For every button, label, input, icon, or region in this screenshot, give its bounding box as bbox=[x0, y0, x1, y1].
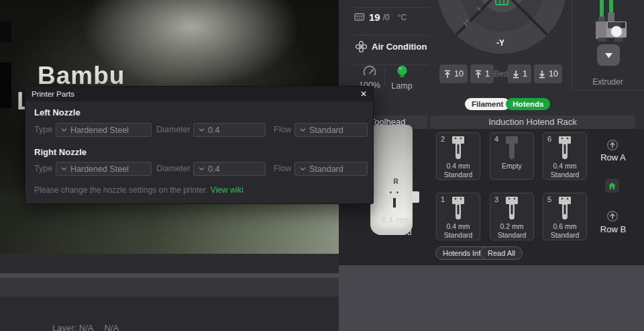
slot-number: 2 bbox=[441, 135, 445, 143]
right-nozzle-heading: Right Nozzle bbox=[34, 147, 87, 157]
row-a-eject-button[interactable] bbox=[606, 139, 619, 151]
slot-line1: Empty bbox=[490, 162, 533, 170]
hotend-empty-icon bbox=[503, 136, 521, 160]
tab-filament[interactable]: Filament bbox=[465, 98, 510, 110]
row-b-label: Row B bbox=[594, 224, 633, 234]
nozzle-mount-dot bbox=[390, 191, 392, 193]
right-nozzle-type-value: Hardened Steel bbox=[70, 164, 129, 174]
air-condition-control[interactable]: Air Condition bbox=[356, 41, 427, 52]
progress-strip bbox=[0, 273, 339, 278]
bambu-logo-mark bbox=[0, 62, 11, 108]
slot-line2: Standard bbox=[543, 171, 586, 179]
slot-number: 3 bbox=[494, 195, 498, 203]
toolhead-nozzle-tip bbox=[392, 207, 397, 213]
bed-temperature-control[interactable]: 19 /0 °C bbox=[354, 11, 407, 23]
hotend-icon bbox=[556, 197, 574, 221]
chevron-down-icon bbox=[300, 128, 306, 132]
hotend-slot-2[interactable]: 2 0.4 mm Standard bbox=[436, 132, 480, 180]
nozzle-mount-dot bbox=[396, 191, 398, 193]
extrude-down-button[interactable] bbox=[597, 44, 620, 66]
right-nozzle-flow-select[interactable]: Standard bbox=[294, 162, 368, 176]
left-nozzle-type-select[interactable]: Hardened Steel bbox=[56, 123, 152, 137]
jog-neg-y-label: -Y bbox=[496, 38, 504, 48]
status-band bbox=[0, 278, 339, 297]
xy-jog-pad[interactable]: 1 10 -Y bbox=[429, 0, 572, 65]
view-wiki-link[interactable]: View wiki bbox=[211, 185, 244, 195]
hotend-slot-4[interactable]: 4 Empty bbox=[490, 132, 534, 180]
slot-line1: 0.4 mm bbox=[437, 222, 480, 230]
print-status-band: Layer: N/A N/A bbox=[0, 297, 339, 331]
chevron-down-icon bbox=[61, 128, 67, 132]
arrow-down-to-bar-icon bbox=[538, 70, 546, 79]
lamp-toggle[interactable]: Lamp bbox=[388, 65, 415, 91]
divider bbox=[339, 90, 572, 91]
hotend-icon bbox=[503, 197, 521, 221]
tab-hotends[interactable]: Hotends bbox=[506, 98, 550, 110]
divider bbox=[354, 35, 428, 36]
speed-gauge-icon bbox=[362, 66, 377, 77]
right-nozzle-type-select[interactable]: Hardened Steel bbox=[56, 162, 152, 176]
left-nozzle-diameter-value: 0.4 bbox=[208, 126, 219, 135]
triangle-down-icon bbox=[604, 52, 613, 58]
layer-status: Layer: N/A N/A bbox=[52, 323, 119, 331]
diameter-label: Diameter bbox=[156, 164, 191, 173]
hotend-slot-5[interactable]: 5 0.6 mm Standard bbox=[543, 193, 587, 240]
arrow-down-to-bar-icon bbox=[512, 70, 520, 79]
toolhead-nozzle-mount bbox=[387, 189, 401, 198]
left-nozzle-flow-select[interactable]: Standard bbox=[294, 123, 368, 137]
slot-line1: 0.2 mm bbox=[490, 222, 533, 230]
lamp-icon bbox=[396, 65, 408, 78]
right-nozzle-diameter-value: 0.4 bbox=[208, 164, 219, 174]
note-text: Please change the nozzle settings on the… bbox=[34, 185, 208, 195]
bed-temp-current: 19 bbox=[369, 11, 380, 23]
bambu-studio-window: Bambu L Layer: N/A N/A 19 /0 °C bbox=[0, 0, 644, 331]
bed-up-10-button[interactable]: 10 bbox=[439, 64, 468, 83]
toolhead-nozzle-size: 0.4 mm bbox=[370, 216, 421, 225]
arrow-up-to-bar-icon bbox=[443, 70, 451, 79]
type-label: Type bbox=[34, 164, 52, 173]
hotend-slot-3[interactable]: 3 0.2 mm Standard bbox=[490, 193, 534, 240]
flow-label: Flow bbox=[274, 125, 291, 134]
divider bbox=[572, 90, 644, 91]
home-icon bbox=[608, 183, 616, 189]
fan-icon bbox=[356, 41, 367, 52]
slot-number: 1 bbox=[441, 195, 445, 203]
hotend-slot-1[interactable]: 1 0.4 mm Standard bbox=[436, 193, 480, 240]
bed-down-1-button[interactable]: 1 bbox=[508, 64, 531, 83]
type-label: Type bbox=[34, 125, 52, 134]
chevron-down-icon bbox=[199, 128, 205, 132]
slot-line1: 0.4 mm bbox=[437, 162, 480, 170]
close-icon[interactable]: ✕ bbox=[358, 89, 369, 99]
row-b-eject-button[interactable] bbox=[606, 210, 619, 222]
slot-line2: Standard bbox=[543, 231, 586, 239]
slot-number: 4 bbox=[494, 135, 498, 143]
divider bbox=[354, 7, 428, 8]
hotend-slot-6[interactable]: 6 0.4 mm Standard bbox=[543, 132, 587, 180]
layer-value: N/A bbox=[104, 323, 119, 331]
left-nozzle-diameter-select[interactable]: 0.4 bbox=[193, 123, 266, 137]
left-nozzle-heading: Left Nozzle bbox=[34, 107, 80, 117]
bed-temp-target: /0 bbox=[383, 13, 390, 22]
toolhead-side-tab bbox=[411, 191, 419, 203]
camera-toolbar-band bbox=[0, 254, 339, 273]
bed-temp-unit: °C bbox=[398, 13, 407, 22]
toolhead-nozzle-flow: Standard bbox=[370, 228, 421, 237]
chevron-down-icon bbox=[61, 167, 67, 171]
slot-line2: Standard bbox=[490, 231, 533, 239]
read-all-button[interactable]: Read All bbox=[480, 246, 523, 260]
bed-label: Bed bbox=[494, 69, 508, 79]
rack-home-button[interactable] bbox=[605, 179, 619, 193]
extruder-label: Extruder bbox=[572, 77, 644, 87]
right-nozzle-diameter-select[interactable]: 0.4 bbox=[193, 162, 266, 176]
slot-number: 6 bbox=[547, 135, 551, 143]
hotend-icon bbox=[449, 197, 467, 221]
slot-line1: 0.4 mm bbox=[543, 162, 586, 170]
rack-section-header: Induction Hotend Rack bbox=[430, 115, 635, 129]
left-nozzle-flow-value: Standard bbox=[309, 126, 343, 135]
slot-line2: Standard bbox=[437, 171, 480, 179]
filament-hotends-toggle: Filament Hotends bbox=[465, 98, 550, 110]
bed-up-10-value: 10 bbox=[454, 69, 464, 79]
extruder-image bbox=[594, 0, 629, 42]
bed-up-1-button[interactable]: 1 bbox=[470, 64, 494, 83]
bed-down-10-button[interactable]: 10 bbox=[534, 64, 562, 83]
